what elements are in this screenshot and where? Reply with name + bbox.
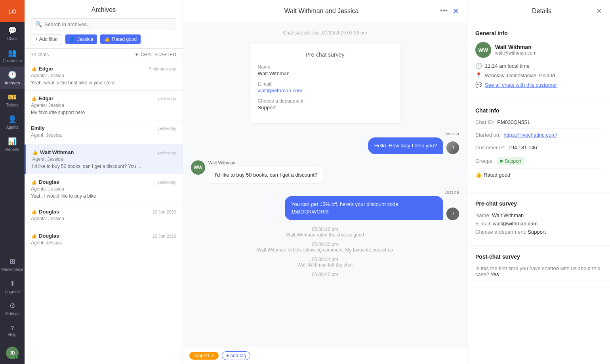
sidebar-item-settings[interactable]: ⚙ Settings bbox=[0, 297, 25, 320]
chat-item-time: yesterday bbox=[157, 180, 176, 185]
post-chat-answer: Yes bbox=[490, 271, 499, 277]
rated-icon: 👍 bbox=[31, 66, 37, 72]
search-input[interactable] bbox=[44, 21, 172, 27]
sidebar-item-label: Customers bbox=[3, 59, 22, 63]
chat-item-agent: Agent: Jessica bbox=[32, 156, 176, 162]
chat-body: Chat started: Tue, 01/29/2019 05:36 pm P… bbox=[183, 22, 467, 347]
chat-list-item[interactable]: Emily yesterday Agent: Jessica bbox=[25, 120, 183, 145]
sidebar-item-agents[interactable]: 👤 Agents bbox=[0, 111, 25, 133]
archives-icon: 🕐 bbox=[8, 71, 17, 79]
survey-value-email[interactable]: walt@withman.com bbox=[258, 88, 393, 93]
archives-panel: Archives 🔍 + Add filter 👤 Jessica 👍 Rate… bbox=[25, 0, 183, 364]
survey-email-value: walt@withman.com bbox=[493, 221, 538, 227]
sidebar-item-label: Settings bbox=[5, 312, 19, 316]
groups-row: Groups: ■ Support bbox=[475, 157, 602, 169]
add-tag-button[interactable]: + add tag bbox=[222, 351, 250, 360]
sidebar-item-tickets[interactable]: 🎫 Tickets bbox=[0, 89, 25, 111]
rated-icon: 👍 bbox=[31, 233, 37, 239]
survey-value-dept: Support bbox=[258, 105, 393, 111]
sidebar-item-upgrade[interactable]: ⬆ Upgrade bbox=[0, 275, 25, 297]
message-bubble-1: Hello. How may I help you? bbox=[368, 137, 443, 154]
info-row-time: 🕐 11:24 am local time bbox=[475, 63, 602, 69]
chat-history-icon: 💬 bbox=[475, 82, 482, 88]
chat-list-item[interactable]: 👍 Edgar yesterday Agents: Jessica My fav… bbox=[25, 91, 183, 120]
chat-header: Walt Withman and Jessica ••• ✕ bbox=[183, 0, 467, 22]
sidebar-item-label: Marketplace bbox=[2, 267, 23, 272]
close-chat-button[interactable]: ✕ bbox=[452, 6, 459, 16]
chat-item-name-text: Edgar bbox=[39, 66, 53, 72]
survey-label-dept: Choose a department: bbox=[258, 98, 393, 104]
rated-icon: 👍 bbox=[31, 209, 37, 215]
chat-item-name-text: Douglas bbox=[39, 233, 59, 239]
filter-rated-good[interactable]: 👍 Rated good bbox=[100, 34, 141, 44]
sidebar-item-label: Archives bbox=[5, 81, 20, 85]
post-chat-question-row: Is this the first time you have chatted … bbox=[475, 265, 602, 277]
event-time-3: 05:38:34 pm bbox=[312, 257, 338, 262]
chat-item-agent: Agents: Jessica bbox=[31, 216, 176, 221]
started-on-link[interactable]: https:// livechatinc.com/ bbox=[503, 132, 557, 138]
sort-label[interactable]: ▼ CHAT STARTED bbox=[134, 52, 176, 57]
location-text: Wroclaw, Dolnoslaskie, Poland bbox=[485, 72, 555, 78]
close-details-button[interactable]: ✕ bbox=[596, 7, 602, 15]
chat-item-name-text: Walt Withman bbox=[40, 149, 74, 155]
chat-title: Walt Withman and Jessica bbox=[284, 8, 359, 15]
event-text-2: Walt Withman left the following comment:… bbox=[257, 247, 393, 253]
pre-chat-survey-box: Pre-chat survey Name: Walt Withman E-mai… bbox=[250, 44, 400, 123]
tag-remove-icon[interactable]: ✕ bbox=[211, 353, 215, 358]
sort-chevron: ▼ bbox=[134, 52, 139, 57]
reports-icon: 📊 bbox=[8, 137, 17, 146]
sidebar-item-reports[interactable]: 📊 Reports bbox=[0, 133, 25, 155]
survey-name-label: Name: bbox=[475, 212, 490, 218]
tags-bar: support ✕ + add tag bbox=[183, 347, 467, 364]
chat-item-preview: Yeah, what is the best bike in your stor… bbox=[31, 80, 166, 86]
customers-icon: 👥 bbox=[8, 48, 17, 57]
status-dot bbox=[15, 356, 18, 359]
archives-header: Archives 🔍 + Add filter 👤 Jessica 👍 Rate… bbox=[25, 0, 183, 49]
sort-text: CHAT STARTED bbox=[141, 52, 176, 57]
customer-sender-label: Walt Withman bbox=[208, 160, 324, 165]
sidebar-item-archives[interactable]: 🕐 Archives bbox=[0, 67, 25, 89]
chat-list-item[interactable]: 👍 Douglas yesterday Agents: Jessica Yeah… bbox=[25, 174, 183, 204]
details-title: Details bbox=[532, 8, 551, 15]
info-row-location: 📍 Wroclaw, Dolnoslaskie, Poland bbox=[475, 72, 602, 78]
chat-item-name-text: Emily bbox=[31, 125, 45, 131]
sidebar-item-customers[interactable]: 👥 Customers bbox=[0, 44, 25, 67]
user-avatar[interactable]: JD bbox=[0, 342, 25, 364]
agent-avatar: J bbox=[446, 141, 459, 154]
settings-icon: ⚙ bbox=[9, 301, 15, 310]
pre-chat-title: Pre-chat survey bbox=[258, 51, 393, 58]
customer-info-row: WW Walt Withman walt@withman.com bbox=[475, 42, 602, 58]
info-row-see-all: 💬 See all chats with this customer bbox=[475, 82, 602, 88]
sidebar-item-help[interactable]: ? Help bbox=[0, 320, 25, 342]
chat-list-item[interactable]: 👍 Douglas 22 Jan 2019 Agents: Jessica bbox=[25, 204, 183, 228]
add-filter-button[interactable]: + Add filter bbox=[31, 34, 62, 44]
chat-item-name-text: Douglas bbox=[39, 179, 59, 185]
see-all-chats-link[interactable]: See all chats with this customer bbox=[485, 82, 557, 88]
logo[interactable]: LC bbox=[0, 0, 25, 22]
sidebar-item-chats[interactable]: 💬 Chats bbox=[0, 22, 25, 44]
agent-message-wrapper: Jessica Hello. How may I help you? J bbox=[368, 131, 459, 154]
sidebar-item-label: Agents bbox=[6, 125, 18, 130]
post-chat-survey-title: Post-chat survey bbox=[475, 253, 602, 260]
agent-avatar-2: J bbox=[446, 208, 459, 220]
chat-item-agent: Agents: Jessica bbox=[31, 186, 176, 192]
chat-item-agent: Agents: Jessica bbox=[31, 103, 176, 108]
filter-bar: + Add filter 👤 Jessica 👍 Rated good bbox=[31, 34, 176, 48]
sender-label: Jessica bbox=[444, 131, 459, 136]
rated-icon: 👍 bbox=[32, 150, 38, 155]
survey-email-label: E-mail: bbox=[475, 221, 491, 227]
system-event-2: 05:38:32 pm Walt Withman left the follow… bbox=[191, 242, 459, 253]
message-row-1: Jessica Hello. How may I help you? J bbox=[191, 131, 459, 154]
chat-list-item[interactable]: 👍 Edgar 9 minutes ago Agents: Jessica Ye… bbox=[25, 61, 183, 91]
chat-id-value: PM030QN5SL bbox=[497, 119, 530, 125]
chat-list-item[interactable]: 👍 Walt Withman yesterday Agent: Jessica … bbox=[25, 145, 183, 174]
sidebar-item-marketplace[interactable]: ⊞ Marketplace bbox=[0, 253, 25, 275]
filter-jessica[interactable]: 👤 Jessica bbox=[65, 34, 97, 44]
chat-item-name-text: Edgar bbox=[39, 95, 53, 101]
clock-icon: 🕐 bbox=[475, 63, 482, 69]
system-event-4: 05:38:45 pm bbox=[191, 272, 459, 277]
more-options-button[interactable]: ••• bbox=[440, 7, 448, 15]
chat-list-item[interactable]: 👍 Douglas 22 Jan 2019 Agent: Jessica bbox=[25, 228, 183, 252]
rating-row: 👍 Rated good bbox=[475, 172, 602, 181]
customer-ip-value: 194.181.146 bbox=[508, 145, 537, 151]
